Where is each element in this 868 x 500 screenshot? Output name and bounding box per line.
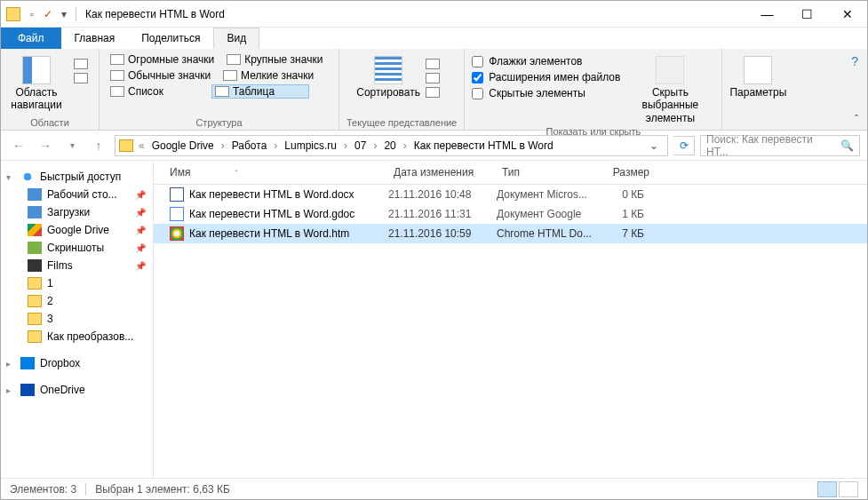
layout-list[interactable]: Список <box>107 84 206 99</box>
sidebar-item-downloads[interactable]: Загрузки📌 <box>1 203 153 221</box>
add-columns-button[interactable] <box>422 72 443 84</box>
file-name: Как перевести HTML в Word.htm <box>189 227 349 240</box>
file-size: 7 КБ <box>600 227 653 240</box>
breadcrumb[interactable]: « Google Drive› Работа› Lumpics.ru› 07› … <box>115 135 668 156</box>
nav-pane-icon <box>22 56 51 84</box>
bc-3[interactable]: 07 <box>351 139 370 152</box>
file-type: Chrome HTML Do... <box>497 227 600 240</box>
chevron-down-icon[interactable]: ▾ <box>6 172 15 182</box>
col-date[interactable]: Дата изменения <box>394 166 502 179</box>
sidebar-quick-access[interactable]: ▾Быстрый доступ <box>1 168 153 186</box>
sidebar-item-2[interactable]: 2 <box>1 292 153 310</box>
sidebar-item-desktop[interactable]: Рабочий сто...📌 <box>1 186 153 203</box>
sidebar-item-convert[interactable]: Как преобразов... <box>1 328 153 345</box>
help-icon[interactable]: ? <box>851 54 858 68</box>
hide-selected-button[interactable]: Скрыть выбранные элементы <box>625 52 714 124</box>
file-icon <box>170 226 184 241</box>
sidebar-item-3[interactable]: 3 <box>1 310 153 328</box>
bc-1[interactable]: Работа <box>228 139 271 152</box>
window-title: Как перевести HTML в Word <box>85 8 225 20</box>
chevron-down-icon[interactable]: ⌄ <box>644 139 664 152</box>
chevron-left-icon[interactable]: « <box>137 139 147 152</box>
bc-4[interactable]: 20 <box>380 139 399 152</box>
file-date: 21.11.2016 10:59 <box>388 227 497 240</box>
file-icon <box>170 207 184 221</box>
chk-item-checkboxes[interactable]: Флажки элементов <box>472 54 620 68</box>
file-row[interactable]: Как перевести HTML в Word.htm21.11.2016 … <box>154 224 867 243</box>
folder-icon <box>6 7 20 21</box>
chevron-right-icon: › <box>272 139 279 152</box>
folder-icon <box>28 277 42 290</box>
bc-5[interactable]: Как перевести HTML в Word <box>410 139 557 152</box>
sidebar-item-screenshots[interactable]: Скриншоты📌 <box>1 239 153 257</box>
sort-asc-icon: ˆ <box>235 169 237 178</box>
screenshot-icon <box>28 242 42 254</box>
refresh-button[interactable]: ⟳ <box>673 136 695 155</box>
sidebar-item-films[interactable]: Films📌 <box>1 257 153 274</box>
sidebar-item-1[interactable]: 1 <box>1 274 153 292</box>
star-icon <box>20 171 35 183</box>
collapse-ribbon-icon[interactable]: ˆ <box>855 114 858 126</box>
qat-props-icon[interactable]: ▫ <box>26 8 38 20</box>
file-type: Документ Micros... <box>497 188 600 201</box>
group-by-button[interactable] <box>422 58 443 70</box>
chevron-right-icon[interactable]: ▸ <box>6 359 15 369</box>
file-date: 21.11.2016 10:48 <box>388 188 497 201</box>
file-row[interactable]: Как перевести HTML в Word.docx21.11.2016… <box>154 185 867 204</box>
nav-pane-button[interactable]: Область навигации <box>8 52 65 112</box>
nav-pane-label: Область навигации <box>11 86 61 112</box>
layout-table[interactable]: Таблица <box>211 84 309 99</box>
back-button[interactable]: ← <box>8 135 29 156</box>
chevron-right-icon: › <box>402 139 409 152</box>
file-size: 1 КБ <box>600 208 653 220</box>
forward-button[interactable]: → <box>35 135 56 156</box>
minimize-button[interactable]: — <box>747 1 787 27</box>
bc-0[interactable]: Google Drive <box>148 139 218 152</box>
layout-normal[interactable]: Обычные значки <box>107 68 214 83</box>
view-details-button[interactable] <box>817 481 837 497</box>
status-selected: Выбран 1 элемент: 6,63 КБ <box>95 483 230 496</box>
options-icon <box>744 56 772 84</box>
search-input[interactable]: Поиск: Как перевести HT... 🔍 <box>700 135 860 156</box>
sidebar-item-google-drive[interactable]: Google Drive📌 <box>1 221 153 239</box>
group-panes-label: Области <box>30 115 69 128</box>
sidebar-dropbox[interactable]: ▸Dropbox <box>1 354 153 372</box>
preview-pane-button[interactable] <box>70 58 92 70</box>
layout-huge[interactable]: Огромные значки <box>107 52 218 67</box>
tab-view[interactable]: Вид <box>213 28 259 49</box>
chevron-right-icon: › <box>342 139 349 152</box>
divider <box>76 7 76 21</box>
divider <box>85 483 86 496</box>
col-size[interactable]: Размер <box>605 166 658 179</box>
maximize-button[interactable]: ☐ <box>787 1 827 27</box>
sidebar: ▾Быстрый доступ Рабочий сто...📌 Загрузки… <box>1 161 154 478</box>
search-placeholder: Поиск: Как перевести HT... <box>706 133 837 158</box>
layout-small[interactable]: Мелкие значки <box>219 68 317 83</box>
sidebar-onedrive[interactable]: ▸OneDrive <box>1 381 153 399</box>
tab-file[interactable]: Файл <box>1 28 61 49</box>
layout-large[interactable]: Крупные значки <box>223 52 326 67</box>
fit-columns-button[interactable] <box>422 86 443 99</box>
close-button[interactable]: ✕ <box>827 1 867 27</box>
tab-home[interactable]: Главная <box>61 28 129 49</box>
file-row[interactable]: Как перевести HTML в Word.gdoc21.11.2016… <box>154 204 867 224</box>
up-button[interactable]: ↑ <box>88 135 109 156</box>
qat-dropdown-icon[interactable]: ▾ <box>58 8 70 20</box>
tab-share[interactable]: Поделиться <box>128 28 213 49</box>
chk-hidden[interactable]: Скрытые элементы <box>472 86 620 100</box>
history-dropdown[interactable]: ▾ <box>61 135 83 156</box>
column-headers: Имяˆ Дата изменения Тип Размер <box>154 161 867 185</box>
col-type[interactable]: Тип <box>502 166 605 179</box>
chevron-right-icon[interactable]: ▸ <box>6 385 15 395</box>
details-pane-button[interactable] <box>70 72 92 84</box>
col-name[interactable]: Имяˆ <box>170 166 394 179</box>
film-icon <box>28 259 42 272</box>
sort-button[interactable]: Сортировать <box>360 52 417 99</box>
bc-2[interactable]: Lumpics.ru <box>281 139 340 152</box>
qat-check-icon[interactable]: ✓ <box>42 8 54 20</box>
options-button[interactable]: Параметры <box>729 52 786 99</box>
file-name: Как перевести HTML в Word.docx <box>189 188 354 201</box>
chk-extensions[interactable]: Расширения имен файлов <box>472 70 620 84</box>
desktop-icon <box>28 188 42 201</box>
view-icons-button[interactable] <box>839 481 858 497</box>
